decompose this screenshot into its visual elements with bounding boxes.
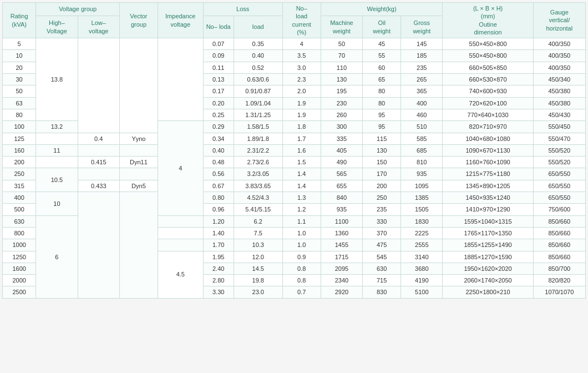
table-wrapper: Rating (kVA) Voltage group Vector group … [2, 2, 586, 299]
header-oil-weight: Oil weight [363, 16, 401, 38]
cell-no-load-current: 3.5 [282, 50, 321, 62]
cell-iv: 4.5 [158, 251, 203, 298]
cell-machine-weight: 1715 [321, 251, 362, 263]
cell-load-loss: 1.09/1.04 [234, 97, 282, 109]
cell-dimension: 740×600×930 [443, 85, 533, 97]
cell-load-loss: 10.3 [234, 239, 282, 251]
cell-dimension: 660×530×870 [443, 74, 533, 85]
cell-machine-weight: 230 [321, 97, 362, 109]
cell-no-load-loss: 1.40 [203, 227, 234, 239]
cell-gross-weight: 400 [401, 97, 443, 109]
cell-gauge: 850/660 [533, 239, 585, 251]
cell-machine-weight: 935 [321, 204, 362, 215]
cell-gauge: 550/470 [533, 133, 585, 144]
cell-gauge: 400/350 [533, 50, 585, 62]
cell-no-load-current: 1.4 [282, 168, 321, 180]
cell-machine-weight: 2340 [321, 275, 362, 286]
cell-machine-weight: 405 [321, 144, 362, 156]
cell-load-loss: 2.31/2.2 [234, 144, 282, 156]
cell-vg: Yyno [119, 133, 158, 144]
cell-gauge: 850/660 [533, 251, 585, 263]
cell-gauge: 450/380 [533, 97, 585, 109]
cell-gross-weight: 365 [401, 85, 443, 97]
cell-hv: 11 [36, 144, 78, 156]
cell-oil-weight: 235 [363, 204, 401, 215]
cell-machine-weight: 335 [321, 133, 362, 144]
cell-no-load-current: 1.2 [282, 204, 321, 215]
cell-load-loss: 4.52/4.3 [234, 192, 282, 204]
cell-no-load-current: 4 [282, 38, 321, 50]
cell-gauge: 550/520 [533, 157, 585, 168]
cell-load-loss: 23.0 [234, 286, 282, 298]
cell-dimension: 1215×775×1180 [443, 168, 533, 180]
cell-machine-weight: 565 [321, 168, 362, 180]
cell-load-loss: 19.8 [234, 275, 282, 286]
cell-no-load-current: 1.4 [282, 180, 321, 191]
cell-rating: 125 [3, 133, 36, 144]
cell-gauge: 850/660 [533, 227, 585, 239]
cell-hv: 6 [36, 215, 78, 298]
header-no-load: No– loda [203, 16, 234, 38]
cell-no-load-current: 1.9 [282, 97, 321, 109]
cell-lv: 0.4 [78, 133, 119, 144]
header-voltage-group: Voltage group [36, 3, 120, 16]
cell-rating: 5 [3, 38, 36, 50]
table-row: 1250.4Yyno0.341.89/1.81.73351155851040×6… [3, 133, 586, 144]
cell-vg [119, 192, 158, 299]
cell-gross-weight: 1095 [401, 180, 443, 191]
cell-load-loss: 0.52 [234, 62, 282, 73]
cell-vg [119, 38, 158, 133]
cell-vg [119, 144, 158, 156]
cell-dimension: 1450×935×1240 [443, 192, 533, 204]
table-row: 160110.402.31/2.21.64051306851090×670×11… [3, 144, 586, 156]
cell-dimension: 1885×1270×1590 [443, 251, 533, 263]
cell-no-load-current: 0.8 [282, 275, 321, 286]
cell-machine-weight: 2920 [321, 286, 362, 298]
specs-table: Rating (kVA) Voltage group Vector group … [2, 2, 586, 299]
cell-no-load-current: 1.5 [282, 157, 321, 168]
cell-rating: 200 [3, 157, 36, 168]
cell-rating: 630 [3, 215, 36, 227]
cell-gross-weight: 265 [401, 74, 443, 85]
cell-rating: 800 [3, 227, 36, 239]
cell-no-load-loss: 0.48 [203, 157, 234, 168]
table-row: 25010.50.563.2/3.051.45651709351215×775×… [3, 168, 586, 180]
cell-load-loss: 1.89/1.8 [234, 133, 282, 144]
cell-rating: 2500 [3, 286, 36, 298]
cell-gross-weight: 810 [401, 157, 443, 168]
cell-load-loss: 1.31/1.25 [234, 109, 282, 120]
cell-oil-weight: 115 [363, 133, 401, 144]
cell-load-loss: 0.35 [234, 38, 282, 50]
cell-no-load-loss: 0.80 [203, 192, 234, 204]
cell-no-load-loss: 0.07 [203, 38, 234, 50]
cell-gauge: 750/600 [533, 204, 585, 215]
cell-oil-weight: 45 [363, 38, 401, 50]
cell-gauge: 850/660 [533, 215, 585, 227]
cell-no-load-current: 1.7 [282, 133, 321, 144]
cell-machine-weight: 1100 [321, 215, 362, 227]
cell-rating: 2000 [3, 275, 36, 286]
cell-gauge: 450/380 [533, 85, 585, 97]
cell-no-load-current: 1.1 [282, 215, 321, 227]
cell-machine-weight: 70 [321, 50, 362, 62]
cell-lv [78, 38, 119, 133]
cell-vg: Dyn5 [119, 180, 158, 191]
cell-no-load-current: 1.9 [282, 109, 321, 120]
cell-rating: 1600 [3, 263, 36, 274]
cell-no-load-current: 0.9 [282, 251, 321, 263]
header-no-load-current: No– load current (%) [282, 3, 321, 38]
cell-rating: 315 [3, 180, 36, 191]
cell-lv [78, 192, 119, 299]
cell-oil-weight: 200 [363, 180, 401, 191]
cell-oil-weight: 150 [363, 157, 401, 168]
cell-hv: 13.8 [36, 38, 78, 121]
cell-gross-weight: 2555 [401, 239, 443, 251]
cell-no-load-loss: 0.20 [203, 97, 234, 109]
cell-gauge: 550/450 [533, 121, 585, 133]
cell-gauge: 450/430 [533, 109, 585, 120]
cell-oil-weight: 55 [363, 50, 401, 62]
cell-no-load-current: 3.0 [282, 62, 321, 73]
cell-rating: 80 [3, 109, 36, 120]
cell-dimension: 550×450×800 [443, 38, 533, 50]
cell-no-load-loss: 0.67 [203, 180, 234, 191]
